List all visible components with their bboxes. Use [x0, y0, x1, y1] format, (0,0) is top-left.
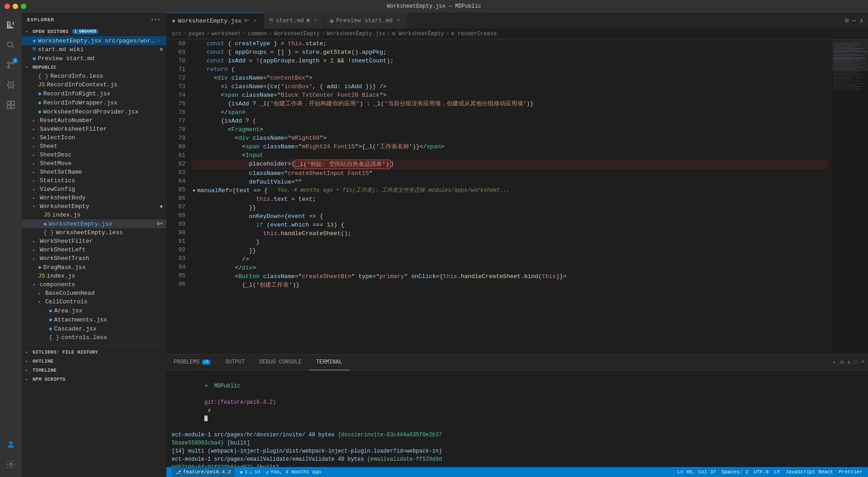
- mdpublic-section[interactable]: MDPUBLIC: [22, 63, 166, 72]
- folder-statistics[interactable]: Statistics: [22, 176, 166, 185]
- outline-section[interactable]: OUTLINE: [22, 357, 166, 366]
- error-icon: ⊗: [240, 469, 243, 475]
- panel-split-button[interactable]: ⊡: [840, 359, 844, 366]
- file-controls-less[interactable]: { } controls.less: [22, 333, 166, 342]
- open-file-startmd[interactable]: M start.md wiki M: [22, 45, 166, 54]
- file-recordinfocontext[interactable]: JS RecordInfoContext.js: [22, 80, 166, 89]
- folder-worksheetleft[interactable]: WorkSheetLeft: [22, 246, 166, 254]
- status-line-ending[interactable]: LF: [774, 469, 780, 475]
- tab-modified-1: 9+: [244, 19, 249, 23]
- activity-accounts[interactable]: [2, 435, 20, 453]
- svg-rect-15: [11, 105, 14, 109]
- status-encoding[interactable]: UTF-8: [754, 469, 769, 475]
- panel-add-button[interactable]: ＋: [831, 359, 837, 366]
- split-editor-button[interactable]: ⊞: [844, 16, 849, 25]
- status-git-branch[interactable]: ⎇ feature/pei6.4.2: [172, 467, 235, 477]
- status-formatter[interactable]: Prettier: [839, 469, 863, 475]
- folder-saveworksheetfilter[interactable]: SaveWorksheetFilter: [22, 125, 166, 133]
- tab-worksheetempty[interactable]: ◈ WorksheetEmpty.jsx 9+ ×: [166, 13, 264, 28]
- ln-68: 68: [170, 39, 185, 48]
- folder-worksheettrash[interactable]: WorkSheetTrash: [22, 254, 166, 263]
- activity-debug[interactable]: [2, 76, 20, 94]
- tab-close-1[interactable]: ×: [252, 18, 258, 24]
- code-content[interactable]: const { createType } = this.state; const…: [189, 39, 832, 354]
- breadcrumb-pages[interactable]: pages: [189, 31, 205, 37]
- status-errors[interactable]: ⊗ 1 ⚠ 14: [240, 469, 260, 475]
- tab-preview[interactable]: ◉ Preview start.md ×: [325, 13, 408, 28]
- sidebar-menu-icon[interactable]: •••: [151, 17, 161, 23]
- file-worksheetemptyless[interactable]: { } WorksheetEmpty.less: [22, 228, 166, 237]
- file-recordinfo-less[interactable]: { } RecordInfo.less: [22, 72, 166, 80]
- file-cascader[interactable]: ◈ Cascader.jsx: [22, 324, 166, 333]
- more-actions-button[interactable]: ⋯: [851, 16, 857, 25]
- file-recordinforight[interactable]: ◈ RecordInfoRight.jsx: [22, 89, 166, 98]
- minimize-button[interactable]: [13, 4, 18, 9]
- panel-tab-problems[interactable]: PROBLEMS 15: [166, 354, 218, 370]
- folder-selecticon[interactable]: SelectIcon: [22, 133, 166, 142]
- status-line-col[interactable]: Ln 85, Col 37: [677, 469, 716, 475]
- gitlens-section[interactable]: GITLIENS: FILE HISTORY: [22, 348, 166, 357]
- ln-93: 93: [170, 254, 185, 263]
- problems-badge: 15: [202, 359, 211, 365]
- svg-rect-40: [834, 71, 861, 72]
- panel-tab-terminal[interactable]: TERMINAL: [309, 354, 349, 370]
- file-worksheetemptyjsx[interactable]: ◈ WorksheetEmpty.jsx 9+: [22, 219, 166, 228]
- folder-arrow-reset: [33, 118, 38, 123]
- timeline-section[interactable]: TIMELINE: [22, 366, 166, 375]
- panel-close-button[interactable]: ×: [861, 359, 864, 365]
- jsx-icon-area: ◈: [49, 307, 52, 314]
- breadcrumb-worksheet[interactable]: worksheet: [212, 31, 241, 37]
- svg-rect-41: [834, 73, 855, 73]
- panel-collapse-button[interactable]: ∧: [847, 359, 850, 366]
- folder-worksheetempty[interactable]: WorksheetEmpty ●: [22, 202, 166, 211]
- folder-sheetsetname[interactable]: SheetSetName: [22, 168, 166, 176]
- file-area[interactable]: ◈ Area.jsx: [22, 306, 166, 315]
- file-indexjs[interactable]: JS index.js: [22, 211, 166, 219]
- panel-maximize-button[interactable]: □: [854, 359, 858, 365]
- file-dragmask[interactable]: ◈ DragMask.jsx: [22, 263, 166, 272]
- tab-startmd[interactable]: M start.md M ×: [264, 13, 325, 28]
- close-button[interactable]: [5, 4, 10, 9]
- breadcrumb-worksheetempty-file[interactable]: WorksheetEmpty.jsx: [327, 31, 386, 37]
- folder-components[interactable]: components: [22, 280, 166, 289]
- terminal-content[interactable]: ➜ MDPublic git:(feature/pei6.4.2) ✗ █ ec…: [166, 370, 868, 467]
- open-file-worksheetempty[interactable]: ◈ WorksheetEmpty.jsx src/pages/worksheet…: [22, 36, 166, 45]
- folder-worksheetbody[interactable]: WorksheetBody: [22, 194, 166, 202]
- breadcrumb-common[interactable]: common: [248, 31, 267, 37]
- npm-scripts-section[interactable]: NPM SCRIPTS: [22, 375, 166, 384]
- file-attachments[interactable]: ◈ Attachments.jsx: [22, 315, 166, 324]
- file-worksheetrecordprovider[interactable]: ◈ WorksheetRecordProvider.jsx: [22, 107, 166, 116]
- open-editors-section[interactable]: OPEN EDITORS 1 UNSAVED: [22, 27, 166, 36]
- folder-basecolumnhead[interactable]: BaseColumnHead: [22, 289, 166, 298]
- panel-tab-output[interactable]: OUTPUT: [218, 354, 252, 370]
- folder-sheetmove[interactable]: SheetMove: [22, 159, 166, 168]
- file-indexjs2[interactable]: JS index.js: [22, 272, 166, 280]
- open-file-preview[interactable]: ◉ Preview start.md: [22, 54, 166, 63]
- activity-explorer[interactable]: ⎘: [2, 16, 20, 34]
- activity-extensions[interactable]: [2, 96, 20, 114]
- ln-75: 75: [170, 99, 185, 108]
- maximize-button[interactable]: [21, 4, 26, 9]
- folder-cellcontrols[interactable]: CellControls: [22, 298, 166, 306]
- status-spaces[interactable]: Spaces: 2: [722, 469, 748, 475]
- tab-close-3[interactable]: ×: [396, 18, 402, 24]
- svg-point-5: [8, 42, 13, 47]
- activity-git[interactable]: 1: [2, 56, 20, 74]
- close-panel-button[interactable]: ∧: [859, 16, 864, 25]
- status-language[interactable]: JavaScript React: [786, 469, 834, 475]
- folder-worksheetfilter[interactable]: WorkSheetFilter: [22, 237, 166, 246]
- breadcrumb-src[interactable]: src: [172, 31, 182, 37]
- breadcrumb-method[interactable]: ⚙ renderCreate: [451, 30, 497, 37]
- breadcrumb-worksheetempty-folder[interactable]: WorksheetEmpty: [274, 31, 320, 37]
- activity-search[interactable]: [2, 36, 20, 54]
- file-recordinfowrapper[interactable]: ◈ RecordInfoWrapper.jsx: [22, 98, 166, 107]
- panel-tab-debug[interactable]: DEBUG CONSOLE: [252, 354, 309, 370]
- breadcrumb-class[interactable]: ⚙ WorksheetEmpty: [392, 30, 444, 37]
- open-file-name-3: Preview start.md: [38, 55, 163, 62]
- tab-close-2[interactable]: ×: [312, 18, 319, 24]
- folder-resetautonumber[interactable]: ResetAutoNumber: [22, 116, 166, 125]
- activity-settings[interactable]: [2, 455, 20, 473]
- folder-viewconfig[interactable]: ViewConfig: [22, 185, 166, 194]
- folder-sheet[interactable]: Sheet: [22, 142, 166, 151]
- folder-sheetdesc[interactable]: SheetDesc: [22, 151, 166, 159]
